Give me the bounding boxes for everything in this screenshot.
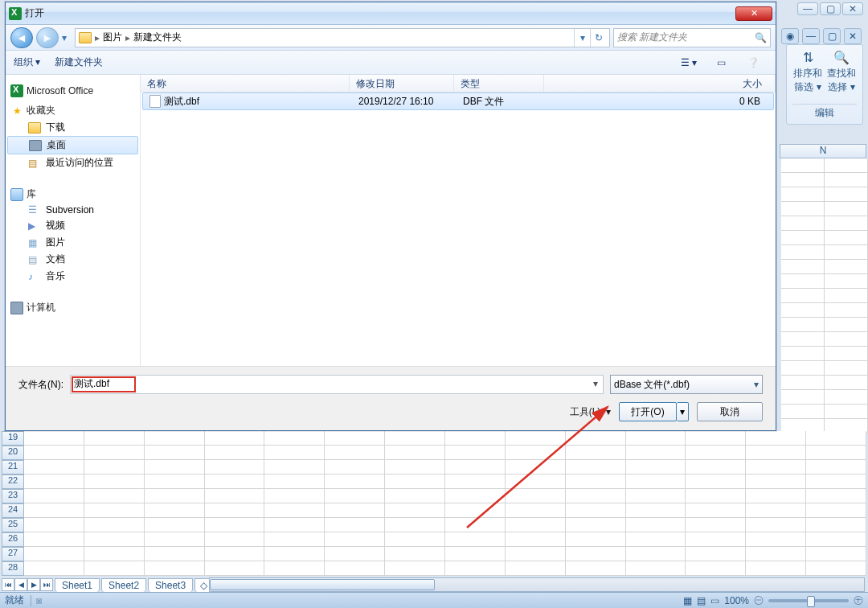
organize-menu[interactable]: 组织 ▾ xyxy=(14,55,40,69)
zoom-slider[interactable] xyxy=(768,599,849,602)
col-header-N[interactable]: N xyxy=(780,144,866,158)
dialog-titlebar[interactable]: 打开 ✕ xyxy=(6,2,776,25)
zoom-out[interactable]: ㊀ xyxy=(754,594,764,607)
col-type[interactable]: 类型 xyxy=(454,75,544,92)
file-row[interactable]: 测试.dbf 2019/12/27 16:10 DBF 文件 0 KB xyxy=(142,92,774,110)
view-button[interactable]: ☰ ▾ xyxy=(674,54,703,72)
nav-documents[interactable]: ▤文档 xyxy=(6,251,140,268)
view-normal-icon[interactable]: ▦ xyxy=(683,595,692,606)
list-header: 名称 修改日期 类型 大小 xyxy=(141,75,776,92)
tab-nav-next[interactable]: ▶ xyxy=(27,578,40,591)
nav-office[interactable]: Microsoft Office xyxy=(10,84,140,97)
row-22[interactable]: 22 xyxy=(2,474,24,489)
tools-menu[interactable]: 工具(L) ▾ xyxy=(570,405,611,419)
nav-video[interactable]: ▶视频 xyxy=(6,217,140,234)
zoom-value[interactable]: 100% xyxy=(724,595,749,606)
row-24[interactable]: 24 xyxy=(2,503,24,518)
view-pagebreak-icon[interactable]: ▭ xyxy=(710,595,719,606)
dialog-close-button[interactable]: ✕ xyxy=(735,6,772,21)
chevron-icon[interactable]: ▸ xyxy=(125,32,130,43)
chevron-down-icon: ▾ xyxy=(754,379,759,390)
nav-pane: Microsoft Office ★收藏夹 下载 桌面 ▤最近访问的位置 库 ☰… xyxy=(6,75,141,366)
folder-icon xyxy=(79,32,92,43)
help-button[interactable]: ❔ xyxy=(739,54,768,72)
col-name[interactable]: 名称 xyxy=(141,75,350,92)
row-26[interactable]: 26 xyxy=(2,532,24,547)
col-size[interactable]: 大小 xyxy=(544,75,776,92)
spreadsheet-cells[interactable] xyxy=(24,431,866,576)
nav-music[interactable]: ♪音乐 xyxy=(6,268,140,285)
breadcrumb-seg1[interactable]: 图片 xyxy=(103,31,122,44)
excel-help-row: ◉ — ▢ ✕ xyxy=(781,28,862,44)
minimize-btn[interactable]: — xyxy=(797,2,818,15)
tab-nav-last[interactable]: ⏭ xyxy=(40,578,53,591)
filename-dropdown[interactable]: ▾ xyxy=(593,378,598,389)
row-28[interactable]: 28 xyxy=(2,561,24,576)
cancel-button[interactable]: 取消 xyxy=(697,402,763,421)
row-20[interactable]: 20 xyxy=(2,446,24,460)
nav-svn[interactable]: ☰Subversion xyxy=(6,203,140,217)
row-21[interactable]: 21 xyxy=(2,460,24,474)
ribbon-group-label: 编辑 xyxy=(792,104,857,120)
filename-value: 测试.dbf xyxy=(74,378,109,389)
zoom-in[interactable]: ㊉ xyxy=(854,594,863,607)
nav-recent[interactable]: ▤最近访问的位置 xyxy=(6,154,140,171)
dialog-title: 打开 xyxy=(25,6,44,20)
help-icon[interactable]: ◉ xyxy=(781,28,799,44)
find-select-button[interactable]: 🔍 查找和 选择 ▾ xyxy=(827,50,856,94)
tab-nav-prev[interactable]: ◀ xyxy=(14,578,27,591)
chevron-icon[interactable]: ▸ xyxy=(95,32,100,43)
nav-favorites[interactable]: ★收藏夹 xyxy=(10,104,140,117)
search-placeholder: 搜索 新建文件夹 xyxy=(617,31,687,44)
row-27[interactable]: 27 xyxy=(2,547,24,561)
nav-forward-button[interactable]: ► xyxy=(36,27,59,48)
nav-libraries[interactable]: 库 xyxy=(10,187,140,201)
col-date[interactable]: 修改日期 xyxy=(350,75,454,92)
maximize-btn[interactable]: ▢ xyxy=(820,2,841,15)
tab-sheet3[interactable]: Sheet3 xyxy=(148,578,193,592)
tab-sheet2[interactable]: Sheet2 xyxy=(101,578,146,592)
dialog-navbar: ◄ ► ▾ ▸ 图片 ▸ 新建文件夹 ▾ ↻ 搜索 新建文件夹 🔍 xyxy=(6,25,776,51)
preview-pane-button[interactable]: ▭ xyxy=(706,54,735,72)
filetype-select[interactable]: dBase 文件(*.dbf) ▾ xyxy=(610,375,763,394)
excel-mdi-controls: — ▢ ✕ xyxy=(797,2,863,15)
file-name: 测试.dbf xyxy=(164,96,199,107)
search-input[interactable]: 搜索 新建文件夹 🔍 xyxy=(613,28,771,47)
open-file-dialog: 打开 ✕ ◄ ► ▾ ▸ 图片 ▸ 新建文件夹 ▾ ↻ 搜索 新建文件夹 🔍 组… xyxy=(5,2,776,431)
doc-minimize[interactable]: — xyxy=(802,28,820,44)
view-layout-icon[interactable]: ▤ xyxy=(697,595,706,606)
breadcrumb[interactable]: ▸ 图片 ▸ 新建文件夹 ▾ ↻ xyxy=(75,28,610,47)
row-23[interactable]: 23 xyxy=(2,489,24,503)
doc-restore[interactable]: ▢ xyxy=(823,28,841,44)
row-25[interactable]: 25 xyxy=(2,518,24,532)
hscroll[interactable] xyxy=(209,577,865,592)
refresh-button[interactable]: ↻ xyxy=(590,29,606,47)
nav-downloads[interactable]: 下载 xyxy=(6,119,140,136)
nav-back-button[interactable]: ◄ xyxy=(10,27,33,48)
filename-input[interactable]: 测试.dbf ▾ xyxy=(70,375,604,394)
nav-desktop[interactable]: 桌面 xyxy=(7,136,138,154)
doc-close[interactable]: ✕ xyxy=(844,28,862,44)
search-icon: 🔍 xyxy=(755,32,767,43)
macro-record-icon[interactable]: ◙ xyxy=(31,595,42,606)
file-size: 0 KB xyxy=(547,96,773,107)
nav-history-dropdown[interactable]: ▾ xyxy=(62,32,72,43)
new-folder-button[interactable]: 新建文件夹 xyxy=(55,55,103,69)
open-button[interactable]: 打开(O) xyxy=(619,402,677,421)
column-headers: N xyxy=(780,144,866,158)
close-btn[interactable]: ✕ xyxy=(842,2,863,15)
breadcrumb-dropdown[interactable]: ▾ xyxy=(574,29,590,47)
hscroll-thumb[interactable] xyxy=(210,579,435,590)
tab-nav-first[interactable]: ⏮ xyxy=(2,578,14,591)
nav-pictures[interactable]: ▦图片 xyxy=(6,234,140,251)
breadcrumb-seg2[interactable]: 新建文件夹 xyxy=(133,31,182,44)
tab-sheet1[interactable]: Sheet1 xyxy=(55,578,100,592)
dialog-bottom: 文件名(N): 测试.dbf ▾ dBase 文件(*.dbf) ▾ 工具(L)… xyxy=(6,366,776,430)
sheet-tabs: ⏮ ◀ ▶ ⏭ Sheet1 Sheet2 Sheet3 ◇ xyxy=(2,577,213,592)
row-19[interactable]: 19 xyxy=(2,431,24,446)
sort-filter-button[interactable]: ⇅ 排序和 筛选 ▾ xyxy=(793,50,822,94)
statusbar: 就绪 ◙ ▦ ▤ ▭ 100% ㊀ ㊉ xyxy=(0,592,868,608)
open-split-button[interactable]: ▾ xyxy=(677,402,689,421)
nav-computer[interactable]: 计算机 xyxy=(10,301,140,314)
dialog-toolbar: 组织 ▾ 新建文件夹 ☰ ▾ ▭ ❔ xyxy=(6,51,776,75)
